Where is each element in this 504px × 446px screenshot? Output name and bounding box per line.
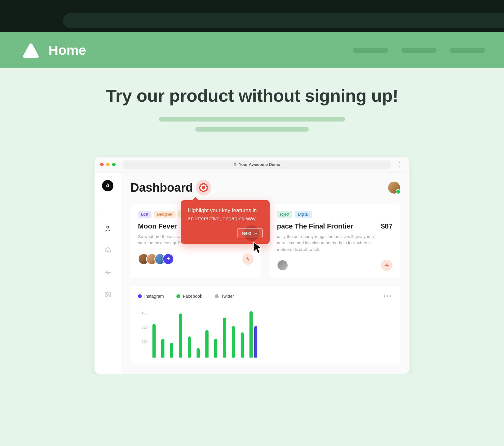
card-title: Moon Fever <box>138 222 177 230</box>
hero-section: Try our product without signing up! <box>0 68 504 141</box>
chart-bar[interactable] <box>152 324 156 358</box>
demo-sidebar <box>94 172 121 374</box>
y-tick: 300 <box>142 325 147 329</box>
svg-rect-0 <box>234 164 236 166</box>
bar-group <box>161 339 164 358</box>
chart-bar[interactable] <box>197 348 200 358</box>
legend-dot-icon <box>176 294 180 298</box>
project-card[interactable]: roject Digital pace The Final Frontier $… <box>269 204 400 278</box>
chart-bars <box>149 307 392 358</box>
nav-link-1[interactable] <box>353 48 388 53</box>
card-footer: + <box>138 253 254 265</box>
chart-bar[interactable] <box>254 326 257 358</box>
sidebar-download-icon[interactable] <box>104 247 111 254</box>
chart-bar[interactable] <box>249 311 253 358</box>
chart-bar[interactable] <box>170 343 173 358</box>
chart-bar[interactable] <box>179 313 182 358</box>
user-avatar[interactable] <box>388 182 400 194</box>
window-close-icon[interactable] <box>100 163 104 166</box>
chart-options-button[interactable]: ••• <box>384 293 392 300</box>
bar-group <box>152 324 156 358</box>
sidebar-image-icon[interactable] <box>104 291 111 298</box>
tag[interactable]: Digital <box>295 211 312 218</box>
add-member-button[interactable]: + <box>163 253 174 265</box>
y-tick: 400 <box>142 311 147 315</box>
demo-body: Dashboard Highlight your key features in… <box>94 172 410 374</box>
demo-main: Dashboard Highlight your key features in… <box>121 172 410 374</box>
legend-item-twitter[interactable]: Twitter <box>215 294 234 299</box>
chart-bar[interactable] <box>232 326 235 358</box>
main-header: Dashboard <box>130 181 400 195</box>
legend-label: Facebook <box>183 294 202 299</box>
window-minimize-icon[interactable] <box>106 163 110 166</box>
sidebar-person-icon[interactable] <box>104 225 111 232</box>
chart-legend: Instagram Facebook Twitter <box>138 294 234 299</box>
card-activity-button[interactable] <box>242 253 254 265</box>
avatar-stack: + <box>138 253 174 265</box>
tag[interactable]: roject <box>277 211 292 218</box>
card-activity-button[interactable] <box>381 260 392 271</box>
sidebar-logo-icon[interactable] <box>102 180 113 191</box>
tour-target-icon[interactable] <box>197 181 210 195</box>
chart-bar[interactable] <box>241 332 244 358</box>
chart-bar[interactable] <box>188 336 191 358</box>
browser-chrome <box>0 0 504 32</box>
bar-group <box>249 311 257 358</box>
lock-icon <box>233 163 237 166</box>
legend-label: Twitter <box>221 294 234 299</box>
chart-bar[interactable] <box>223 318 226 358</box>
card-title: pace The Final Frontier <box>277 222 353 230</box>
hero-subtitle-line-1 <box>159 117 345 121</box>
tag[interactable]: Designer <box>154 211 175 218</box>
tour-tooltip: Highlight your key features in an intera… <box>181 200 270 244</box>
legend-dot-icon <box>138 294 142 298</box>
nav-title[interactable]: Home <box>49 42 86 58</box>
bar-group <box>214 339 217 358</box>
svg-point-3 <box>106 294 107 295</box>
nav-link-2[interactable] <box>401 48 437 53</box>
bar-group <box>241 332 244 358</box>
demo-titlebar: Your Awesome Demo ⋮ <box>94 157 410 172</box>
avatar-stack <box>277 260 288 271</box>
sidebar-activity-icon[interactable] <box>104 269 111 276</box>
legend-item-instagram[interactable]: Instagram <box>138 294 164 299</box>
bar-group <box>232 326 235 358</box>
chart-area: 400 300 200 <box>138 307 392 358</box>
legend-label: Instagram <box>144 294 164 299</box>
logo-icon[interactable] <box>22 43 40 58</box>
demo-url-label: Your Awesome Demo <box>239 162 280 167</box>
demo-url-bar[interactable]: Your Awesome Demo <box>123 161 391 169</box>
page-title: Dashboard <box>130 181 193 195</box>
chart-bar[interactable] <box>161 339 164 358</box>
legend-dot-icon <box>215 294 219 298</box>
svg-rect-2 <box>105 292 111 297</box>
hero-subtitle-line-2 <box>195 127 309 132</box>
tour-next-label: Next <box>242 231 251 236</box>
tour-next-button[interactable]: Next → <box>237 228 263 238</box>
bar-group <box>179 313 182 358</box>
site-header: Home <box>0 32 504 68</box>
hero-title: Try our product without signing up! <box>0 85 504 106</box>
y-tick: 200 <box>142 340 147 343</box>
demo-kebab-menu[interactable]: ⋮ <box>396 161 404 168</box>
chart-bar[interactable] <box>205 330 209 358</box>
browser-url-bar[interactable] <box>63 13 504 28</box>
avatar[interactable] <box>277 260 288 271</box>
bar-group <box>188 336 191 358</box>
demo-window: Your Awesome Demo ⋮ D <box>94 157 410 374</box>
bar-group <box>197 348 200 358</box>
chart-y-axis: 400 300 200 <box>138 307 149 358</box>
svg-point-1 <box>107 226 109 228</box>
sidebar-divider <box>100 210 116 210</box>
bar-group <box>223 318 226 358</box>
bar-group <box>170 343 173 358</box>
legend-item-facebook[interactable]: Facebook <box>176 294 202 299</box>
chart-bar[interactable] <box>214 339 217 358</box>
bar-group <box>205 330 209 358</box>
chart-header: Instagram Facebook Twitter ••• <box>138 293 392 300</box>
tag[interactable]: Lost <box>138 211 152 218</box>
tag-row: roject Digital <box>277 211 392 218</box>
nav-link-3[interactable] <box>450 48 485 53</box>
card-description: ually the astronomy magazine or site wil… <box>277 234 381 253</box>
window-maximize-icon[interactable] <box>112 163 116 166</box>
